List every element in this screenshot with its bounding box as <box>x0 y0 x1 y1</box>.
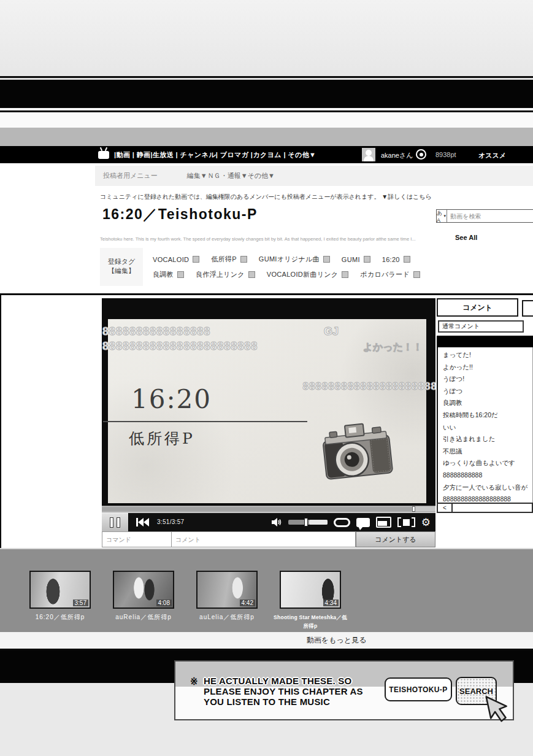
related-video[interactable]: 3:57 16:20／低所得p <box>18 571 102 632</box>
tag-item[interactable]: GUMI <box>342 256 370 263</box>
poster-menu-item[interactable]: 編集▼ <box>187 172 207 179</box>
related-video-title[interactable]: auRelia／低所得p <box>102 613 185 622</box>
restart-button[interactable] <box>136 518 149 526</box>
tags-label-title: 登録タグ <box>100 257 143 266</box>
recommend-link[interactable]: オススメ <box>478 151 506 160</box>
theater-mode-icon[interactable] <box>376 517 391 528</box>
poster-menu-title: 投稿者用メニュー <box>103 171 158 180</box>
comment-item: うぽつ <box>443 385 532 398</box>
notice-detail-link[interactable]: ▼詳しくはこちら <box>382 193 431 200</box>
comment-item: 引き込まれました <box>443 433 532 446</box>
player-controls-right: ⚙ <box>272 513 431 531</box>
tags-label: 登録タグ 【編集】 <box>100 248 143 286</box>
comment-item: よかった!! <box>443 361 532 374</box>
navbar-links[interactable]: |動画 | 静画|生放送 | チャンネル| ブロマガ |カクヨム | その他▼ <box>114 150 316 160</box>
related-video-title[interactable]: 16:20／低所得p <box>18 613 102 622</box>
playback-time: 3:51/3:57 <box>157 519 184 525</box>
comment-tab[interactable]: コメント <box>437 298 518 317</box>
tag-item[interactable]: 低所得P <box>211 255 247 264</box>
comment-toggle-icon[interactable] <box>356 518 370 527</box>
more-videos-row: 動画をもっと見る <box>0 632 533 649</box>
tag-lock-icon <box>404 256 410 263</box>
tag-lock-icon <box>177 271 184 278</box>
panel-gap <box>0 112 533 128</box>
related-video-title[interactable]: Shooting Star Meteshka／低所得p <box>269 613 352 630</box>
tag-item[interactable]: VOCALOID新曲リンク <box>267 270 349 279</box>
video-duration: 3:57 <box>73 600 88 606</box>
tag-item[interactable]: 良調教 <box>153 270 184 279</box>
video-thumbnail[interactable]: 4:08 <box>113 571 174 609</box>
comment-item: 8888888888888888888 <box>443 493 532 503</box>
comment-item: 不思議 <box>443 446 532 458</box>
caption-line: PLEASE ENJOY THIS CHAPTER AS <box>204 686 363 696</box>
caption-search-field[interactable]: TEISHOTOKU-P <box>385 677 452 701</box>
section-divider <box>0 293 533 295</box>
volume-track-light <box>309 520 328 525</box>
danmaku-comment: よかった！！ <box>363 341 423 354</box>
pause-button[interactable] <box>102 513 129 531</box>
tag-item[interactable]: ポカロバラード <box>360 270 420 279</box>
page-header-shade <box>0 128 533 146</box>
video-search-input[interactable] <box>447 210 533 222</box>
video-thumbnail[interactable]: 4:42 <box>196 571 258 609</box>
comment-submit-button[interactable]: コメントする <box>356 531 435 547</box>
notice-text: コミュニティに登録された動画では、編集権限のあるメンバーにも投稿者メニューが表示… <box>100 193 380 200</box>
video-description: Teishotoku here. This is my fourth work.… <box>100 236 442 242</box>
tag-lock-icon <box>248 271 255 278</box>
comment-list: まってた!よかった!!うぽつ!うぽつ良調教投稿時間も16:20だいい引き込まれま… <box>437 347 533 503</box>
related-video[interactable]: 4:42 auLelia／低所得p <box>185 571 269 632</box>
related-video[interactable]: 4:34 Shooting Star Meteshka／低所得p <box>269 571 352 632</box>
video-duration: 4:08 <box>156 600 172 606</box>
comment-item: いい <box>443 422 532 434</box>
comment-item: 投稿時間も16:20だ <box>443 409 532 422</box>
tags-rows: VOCALOID低所得PGUMIオリジナル曲GUMI16:20 良調教良作浮上リ… <box>143 248 420 286</box>
tags-edit-link[interactable]: 【編集】 <box>100 266 143 276</box>
volume-icon[interactable] <box>272 517 282 527</box>
video-player[interactable]: 8888888888888888 GJ 88888888888888888888… <box>102 298 435 506</box>
danmaku-comment: 888888888888888888888 <box>302 380 435 393</box>
poster-menu-item[interactable]: ＮＧ・通報▼ <box>207 172 248 179</box>
user-name[interactable]: akaneさん <box>381 151 413 160</box>
tag-item[interactable]: GUMIオリジナル曲 <box>259 255 330 264</box>
comment-input[interactable] <box>172 531 356 547</box>
related-video-title[interactable]: auLelia／低所得p <box>185 613 269 622</box>
poster-menu-bar: 投稿者用メニュー 編集▼ＮＧ・通報▼その他▼ <box>95 166 533 186</box>
video-thumbnail[interactable]: 4:34 <box>280 571 341 609</box>
tag-item[interactable]: 良作浮上リンク <box>196 270 255 279</box>
video-screen[interactable]: 8888888888888888 GJ 88888888888888888888… <box>108 319 426 503</box>
secondary-tab[interactable] <box>522 300 533 317</box>
danmaku-comment: 8888888888888888 <box>102 325 210 338</box>
danmaku-comment: GJ <box>324 325 339 338</box>
user-points: 8938pt <box>435 151 456 158</box>
loop-icon[interactable] <box>334 518 350 527</box>
video-duration: 4:42 <box>240 600 255 606</box>
see-all-link[interactable]: See All <box>455 234 477 241</box>
video-title: 16:20／Teishotoku-P <box>102 205 258 224</box>
tag-lock-icon <box>413 271 420 278</box>
fullscreen-icon[interactable] <box>397 517 415 527</box>
seek-handle[interactable] <box>412 506 415 512</box>
volume-slider[interactable] <box>288 520 328 525</box>
related-video[interactable]: 4:08 auRelia／低所得p <box>102 571 185 632</box>
tag-lock-icon <box>342 271 348 278</box>
input-mode-dropdown[interactable]: あA▼ <box>437 210 447 222</box>
command-input[interactable] <box>102 531 172 547</box>
danmaku-comment: 88888888888888888888888 <box>102 340 258 353</box>
comment-pager: < <box>437 503 533 513</box>
volume-handle[interactable] <box>304 518 308 526</box>
player-controls: 3:51/3:57 ⚙ <box>102 513 435 531</box>
comment-filter-dropdown[interactable]: 通常コメント <box>438 320 524 333</box>
video-thumbnail[interactable]: 3:57 <box>29 571 91 609</box>
comment-item: 88888888888 <box>443 469 532 482</box>
tag-item[interactable]: 16:20 <box>382 256 410 263</box>
caption-line: YOU LISTEN TO THE MUSIC <box>204 696 363 707</box>
vintage-camera-image <box>307 407 406 490</box>
settings-gear-icon[interactable]: ⚙ <box>421 517 431 528</box>
comment-input-row: コメントする <box>102 531 435 547</box>
tag-item[interactable]: VOCALOID <box>153 256 199 263</box>
poster-menu-item[interactable]: その他▼ <box>248 172 275 179</box>
more-videos-link[interactable]: 動画をもっと見る <box>307 635 366 646</box>
user-avatar[interactable] <box>362 148 375 161</box>
seek-bar[interactable] <box>102 506 435 512</box>
pager-prev-button[interactable]: < <box>438 504 453 512</box>
